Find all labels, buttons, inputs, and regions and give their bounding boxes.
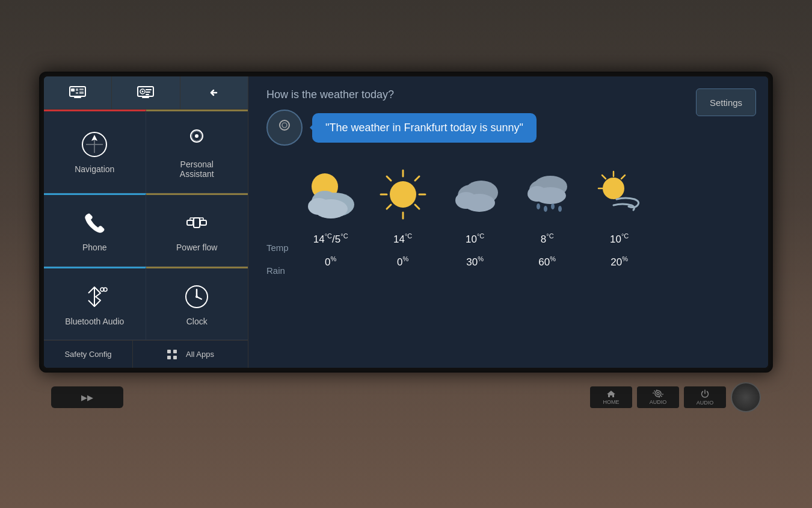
svg-rect-2: [76, 96, 79, 98]
svg-point-18: [195, 134, 198, 138]
safety-config-btn[interactable]: Safety Config: [44, 341, 133, 368]
svg-point-66: [603, 178, 624, 199]
phone-icon: [79, 208, 109, 238]
svg-point-57: [464, 194, 495, 212]
svg-point-61: [535, 187, 566, 204]
svg-point-62: [537, 203, 540, 209]
controls-bar: ▶▶ HOME AUDIO: [39, 382, 773, 412]
settings-label: Settings: [710, 98, 742, 108]
power-btn[interactable]: AUDIO: [684, 386, 726, 408]
phone-label: Phone: [82, 243, 106, 253]
weather-forecast: Temp Rain: [266, 164, 750, 282]
personal-assistant-icon: [182, 125, 212, 155]
temp-label: Temp: [266, 236, 289, 259]
svg-rect-36: [167, 356, 171, 359]
weather-temp-4: 8°C: [541, 228, 554, 250]
navigation-icon: [79, 129, 109, 160]
vol-knob[interactable]: [731, 382, 761, 412]
app-cell-clock[interactable]: Clock: [146, 267, 248, 340]
clock-icon: [182, 282, 212, 312]
toolbar: [44, 76, 248, 110]
weather-query: How is the weather today?: [266, 88, 750, 101]
car-frame: Navigation Personal Assistant: [0, 0, 812, 508]
weather-day-1: 14°C/5°C 0%: [295, 164, 367, 273]
svg-rect-20: [187, 220, 193, 225]
svg-point-10: [142, 91, 144, 93]
svg-rect-6: [79, 88, 84, 90]
weather-day-5: 10°C 20%: [583, 164, 656, 273]
svg-rect-34: [167, 350, 171, 353]
svg-rect-5: [76, 92, 78, 94]
weather-labels: Temp Rain: [266, 236, 295, 282]
weather-panel: Settings How is the weather today? "The …: [248, 76, 768, 368]
svg-point-72: [657, 392, 659, 395]
app-cell-power-flow[interactable]: Power flow: [146, 193, 248, 267]
screen-bezel: Navigation Personal Assistant: [39, 72, 773, 373]
weather-day-2: 14°C 0%: [367, 164, 439, 273]
all-apps-btn[interactable]: All Apps: [133, 341, 248, 368]
weather-temp-2: 14°C: [393, 228, 412, 250]
svg-point-71: [655, 391, 661, 397]
app-cell-phone[interactable]: Phone: [44, 193, 146, 267]
all-apps-label: All Apps: [186, 350, 214, 359]
app-cell-personal-assistant[interactable]: Personal Assistant: [146, 110, 248, 193]
svg-rect-13: [146, 94, 149, 95]
svg-rect-12: [146, 91, 150, 93]
weather-rain-5: 20%: [611, 250, 628, 273]
app-grid: Navigation Personal Assistant: [44, 110, 248, 340]
power-flow-icon: [182, 208, 212, 238]
svg-line-51: [415, 205, 419, 209]
voice-avatar: [266, 110, 303, 146]
weather-icon-windy: [586, 164, 653, 224]
ctrl-right: HOME AUDIO AUDIO: [590, 382, 761, 412]
toolbar-back-btn[interactable]: [180, 76, 248, 109]
svg-rect-21: [194, 218, 200, 228]
app-cell-bluetooth-audio[interactable]: Bluetooth Audio: [44, 267, 146, 340]
weather-icon-partly-cloudy: [298, 164, 364, 224]
rain-label: Rain: [266, 259, 289, 282]
svg-point-64: [551, 203, 555, 209]
ctrl-left: ▶▶: [51, 386, 123, 408]
home-btn[interactable]: HOME: [590, 386, 632, 408]
bottom-bar: Safety Config All Apps: [44, 340, 248, 368]
weather-temp-3: 10°C: [466, 228, 484, 250]
weather-rain-2: 0%: [397, 250, 408, 273]
weather-rain-4: 60%: [538, 250, 556, 273]
svg-point-44: [314, 199, 348, 218]
toolbar-screen-btn[interactable]: [44, 76, 112, 109]
svg-rect-7: [79, 91, 84, 94]
svg-line-53: [387, 205, 391, 209]
svg-point-63: [544, 206, 547, 212]
weather-icon-cloudy: [442, 164, 508, 224]
weather-temp-5: 10°C: [610, 228, 629, 250]
ctrl-left-btn[interactable]: ▶▶: [51, 386, 123, 408]
voice-row: "The weather in Frankfurt today is sunny…: [266, 110, 750, 146]
main-screen: Navigation Personal Assistant: [44, 76, 768, 368]
weather-day-3: 10°C 30%: [439, 164, 511, 273]
weather-rain-1: 0%: [325, 250, 336, 273]
home-label: HOME: [603, 399, 620, 405]
svg-point-33: [195, 296, 198, 298]
svg-point-38: [280, 120, 289, 130]
weather-icon-rainy: [514, 164, 580, 224]
audio-btn[interactable]: AUDIO: [637, 386, 679, 408]
audio-label-2: AUDIO: [697, 400, 714, 406]
svg-rect-35: [173, 350, 177, 353]
app-cell-navigation[interactable]: Navigation: [44, 110, 146, 193]
svg-rect-15: [144, 96, 147, 98]
settings-btn[interactable]: Settings: [696, 88, 756, 116]
power-flow-label: Power flow: [176, 243, 217, 253]
svg-line-70: [621, 175, 625, 179]
voice-response-text: "The weather in Frankfurt today is sunny…: [325, 122, 523, 134]
personal-assistant-label: Personal Assistant: [180, 160, 214, 180]
toolbar-media-btn[interactable]: [112, 76, 180, 109]
svg-line-69: [602, 175, 606, 179]
svg-rect-4: [76, 88, 78, 91]
navigation-label: Navigation: [75, 164, 114, 175]
app-panel: Navigation Personal Assistant: [44, 76, 248, 368]
svg-rect-22: [200, 220, 206, 225]
weather-temp-1: 14°C/5°C: [313, 228, 348, 250]
svg-line-50: [387, 176, 391, 181]
svg-rect-3: [71, 88, 75, 91]
svg-point-39: [282, 123, 287, 128]
